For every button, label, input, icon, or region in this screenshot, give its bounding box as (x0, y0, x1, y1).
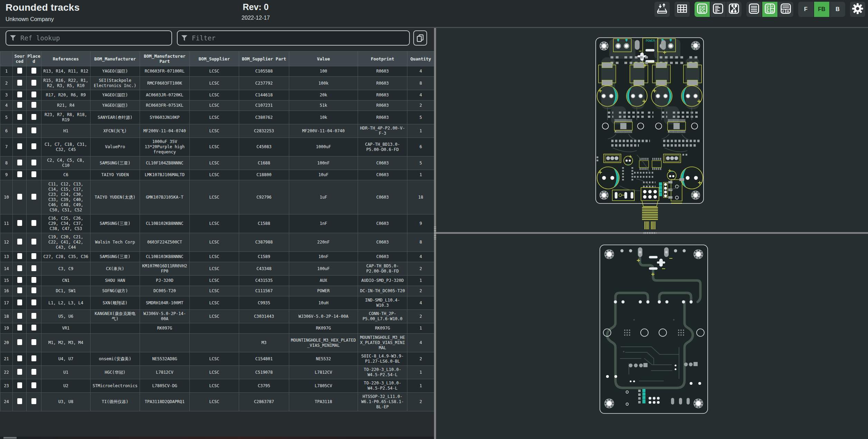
sourced-checkbox[interactable] (17, 143, 22, 149)
sourced-checkbox[interactable] (17, 313, 22, 319)
placed-checkbox[interactable] (31, 287, 36, 293)
back-canvas[interactable] (436, 234, 868, 439)
bom-row[interactable]: 15CN1SHOU HANPJ-320DLCSCC431535AUXAUDIO-… (0, 276, 434, 286)
placed-checkbox[interactable] (31, 325, 36, 331)
bom-row[interactable]: 19VR1RK097GRK097GRK097G1 (0, 323, 434, 334)
col-header-references[interactable]: References (41, 51, 91, 66)
sourced-checkbox[interactable] (17, 253, 22, 259)
placed-checkbox[interactable] (31, 339, 36, 345)
bom-row[interactable]: 23U2STMicroelectronicsL7805CV-DGLCSCC379… (0, 379, 434, 393)
placed-checkbox[interactable] (31, 253, 36, 259)
front-canvas[interactable]: POWER (436, 28, 868, 232)
col-header-quantity[interactable]: Quantity (407, 51, 434, 66)
sourced-checkbox[interactable] (17, 287, 22, 293)
placed-checkbox[interactable] (31, 299, 36, 305)
settings-button[interactable] (850, 2, 865, 17)
bom-row[interactable]: 12C19, C20, C21, C22, C41, C42, C43, C44… (0, 233, 434, 252)
col-header-bom-manufacturer-part[interactable]: BOM_Manufacturer Part (140, 51, 190, 66)
front-button[interactable]: F (798, 2, 813, 17)
col-header-bom-manufacturer[interactable]: BOM_Manufacturer (91, 51, 140, 66)
bom-row[interactable]: 3R17, R20, R6, R9YAGEO(国巨)AC0603JR-0720K… (0, 90, 434, 101)
sourced-checkbox[interactable] (17, 171, 22, 177)
placed-checkbox[interactable] (31, 313, 36, 319)
placed-checkbox[interactable] (31, 160, 36, 165)
sourced-checkbox[interactable] (17, 68, 22, 74)
sourced-checkbox[interactable] (17, 114, 22, 120)
bom-row[interactable]: 18U5, U6KANGNEX(康奈克斯电气)WJ306V-5.0-2P-14-… (0, 310, 434, 323)
placed-checkbox[interactable] (31, 171, 36, 177)
bom-row[interactable]: 21U4, U7onsemi(安森美)NE5532AD8GLCSCC154801… (0, 352, 434, 366)
placed-checkbox[interactable] (31, 114, 36, 120)
bom-row[interactable]: 17L1, L2, L3, L4SXN(顺翔诺)SMDRH104R-100MTL… (0, 296, 434, 310)
col-header-sourced[interactable]: Sourced (13, 51, 27, 66)
bom-row[interactable]: 10C11, C12, C13, C14, C15, C17, C23, C24… (0, 180, 434, 214)
sourced-checkbox[interactable] (17, 127, 22, 133)
col-header-footprint[interactable]: Footprint (358, 51, 407, 66)
split-horizontal-button[interactable]: F B (762, 2, 777, 17)
col-header-value[interactable]: Value (289, 51, 358, 66)
sourced-checkbox[interactable] (17, 355, 22, 361)
save-settings-button[interactable] (654, 2, 670, 17)
placed-checkbox[interactable] (31, 143, 36, 149)
sourced-checkbox[interactable] (17, 398, 22, 404)
bom-row[interactable]: 11C16, C25, C26, C29, C34, C37, C38, C47… (0, 214, 434, 233)
horizontal-scrollbar[interactable] (0, 437, 434, 439)
bom-row[interactable]: 4R21, R4YAGEO(国巨)RC0603FR-0751KLLCSCC107… (0, 101, 434, 111)
placed-checkbox[interactable] (31, 127, 36, 133)
bom-row[interactable]: 1R13, R14, R11, R12YAGEO(国巨)RC0603FR-071… (0, 66, 434, 77)
sourced-checkbox[interactable] (17, 339, 22, 345)
front-back-button[interactable]: FB (814, 2, 829, 17)
sourced-checkbox[interactable] (17, 369, 22, 375)
bom-row[interactable]: 9C6TAIYO YUDENLMK107BJ106MALTDLCSCC18800… (0, 170, 434, 180)
bom-only-button[interactable] (746, 2, 762, 17)
bom-row[interactable]: 16DC1, SW1SOFNG(硕方)DC005-T20LCSCC111567P… (0, 286, 434, 296)
copy-bom-button[interactable] (413, 30, 427, 46)
sourced-checkbox[interactable] (17, 220, 22, 226)
scrollbar-thumb[interactable] (3, 437, 17, 439)
bom-row[interactable]: 14C3, C9CX(承兴)KM107M016D11RR0VH2FP0LCSCC… (0, 262, 434, 276)
bom-row[interactable]: 20M1, M2, M3, M4M3MOUNTINGHOLE_M3_HEX_PL… (0, 334, 434, 352)
bom-netlist-button[interactable] (726, 2, 742, 17)
placed-checkbox[interactable] (31, 220, 36, 226)
sourced-checkbox[interactable] (17, 92, 22, 97)
placed-checkbox[interactable] (31, 398, 36, 404)
bom-row[interactable]: 8C2, C4, C5, C8, C10SAMSUNG(三星)CL10F104Z… (0, 156, 434, 170)
bom-grouped-button[interactable] (695, 2, 710, 17)
placed-checkbox[interactable] (31, 239, 36, 245)
sourced-checkbox[interactable] (17, 265, 22, 271)
sourced-checkbox[interactable] (17, 194, 22, 200)
bom-row[interactable]: 5R23, R7, R8, R18, R19SANYEAR(叁叶源)SY0603… (0, 111, 434, 124)
col-header-placed[interactable]: Placed (27, 51, 41, 66)
col-header-bom-supplier[interactable]: BOM_Supplier (190, 51, 239, 66)
placed-checkbox[interactable] (31, 355, 36, 361)
col-header-index[interactable] (0, 51, 13, 66)
filter-input[interactable] (191, 34, 406, 42)
placed-checkbox[interactable] (31, 92, 36, 97)
bom-row[interactable]: 13C27, C28, C35, C36SAMSUNG(三星)CL10B103K… (0, 252, 434, 262)
sourced-checkbox[interactable] (17, 325, 22, 331)
bom-row[interactable]: 7C1, C7, C18, C31, C32, C45ValuePro1000u… (0, 138, 434, 156)
bom-ungrouped-button[interactable] (710, 2, 726, 17)
sourced-checkbox[interactable] (17, 277, 22, 283)
stats-button[interactable] (674, 2, 690, 17)
placed-checkbox[interactable] (31, 382, 36, 388)
bom-row[interactable]: 6H1XFCN(兴飞)MF200V-11-04-0740LCSCC2832253… (0, 124, 434, 138)
sourced-checkbox[interactable] (17, 160, 22, 165)
placed-checkbox[interactable] (31, 194, 36, 200)
placed-checkbox[interactable] (31, 102, 36, 108)
bom-row[interactable]: 2R15, R16, R22, R1, R2, R3, R5, R10SEI(S… (0, 77, 434, 90)
sourced-checkbox[interactable] (17, 382, 22, 388)
sourced-checkbox[interactable] (17, 239, 22, 245)
placed-checkbox[interactable] (31, 68, 36, 74)
placed-checkbox[interactable] (31, 277, 36, 283)
sourced-checkbox[interactable] (17, 80, 22, 86)
placed-checkbox[interactable] (31, 80, 36, 86)
col-header-bom-supplier-part[interactable]: BOM_Supplier Part (239, 51, 289, 66)
sourced-checkbox[interactable] (17, 102, 22, 108)
bom-row[interactable]: 22U1HGC(华冠)L7812CVLCSCC519078L7812CVTO-2… (0, 366, 434, 379)
sourced-checkbox[interactable] (17, 299, 22, 305)
placed-checkbox[interactable] (31, 265, 36, 271)
ref-lookup-input[interactable] (20, 34, 168, 42)
back-button[interactable]: B (830, 2, 845, 17)
bom-row[interactable]: 24U3, U8TI(德州仪器)TPA3118D2QDAPRQ1LCSCC286… (0, 393, 434, 411)
